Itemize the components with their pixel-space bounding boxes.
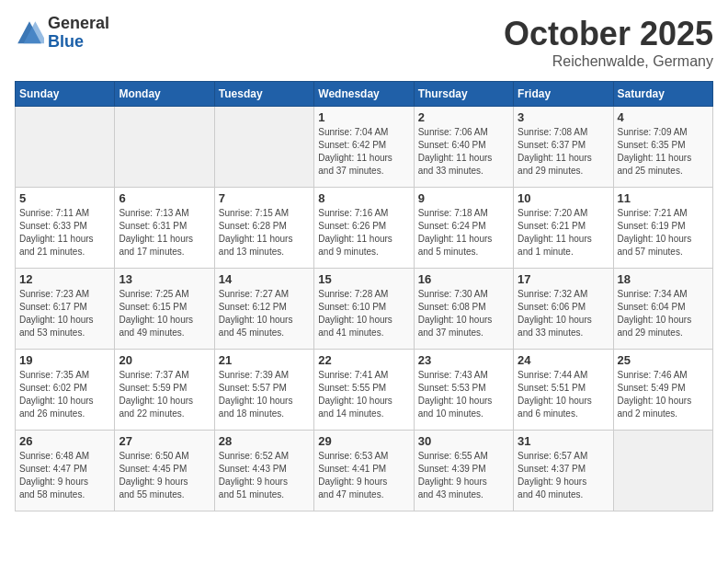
day-number: 20 (119, 353, 210, 367)
day-number: 13 (119, 272, 210, 286)
logo: General Blue (15, 15, 109, 52)
calendar-cell: 26Sunrise: 6:48 AM Sunset: 4:47 PM Dayli… (16, 431, 115, 511)
calendar-cell: 29Sunrise: 6:53 AM Sunset: 4:41 PM Dayli… (314, 431, 414, 511)
day-number: 17 (518, 272, 609, 286)
calendar-cell: 17Sunrise: 7:32 AM Sunset: 6:06 PM Dayli… (514, 269, 613, 350)
day-info: Sunrise: 7:46 AM Sunset: 5:49 PM Dayligh… (618, 369, 709, 420)
logo-icon (15, 18, 44, 48)
month-title: October 2025 (504, 15, 713, 53)
calendar-cell (16, 107, 115, 188)
weekday-header: Friday (514, 82, 613, 107)
calendar-cell: 3Sunrise: 7:08 AM Sunset: 6:37 PM Daylig… (514, 107, 613, 188)
calendar-cell: 11Sunrise: 7:21 AM Sunset: 6:19 PM Dayli… (613, 188, 712, 269)
day-number: 25 (618, 353, 709, 367)
calendar-cell: 7Sunrise: 7:15 AM Sunset: 6:28 PM Daylig… (214, 188, 313, 269)
subtitle: Reichenwalde, Germany (504, 53, 713, 70)
day-number: 1 (318, 110, 409, 124)
day-info: Sunrise: 6:52 AM Sunset: 4:43 PM Dayligh… (219, 450, 310, 501)
day-info: Sunrise: 7:21 AM Sunset: 6:19 PM Dayligh… (618, 207, 709, 259)
day-info: Sunrise: 7:06 AM Sunset: 6:40 PM Dayligh… (418, 126, 509, 178)
day-number: 6 (119, 191, 210, 205)
calendar-cell: 27Sunrise: 6:50 AM Sunset: 4:45 PM Dayli… (115, 431, 214, 511)
day-number: 21 (219, 353, 310, 367)
calendar-cell (115, 107, 214, 188)
calendar-cell: 19Sunrise: 7:35 AM Sunset: 6:02 PM Dayli… (16, 350, 115, 431)
logo-text: General Blue (48, 15, 109, 52)
day-number: 24 (518, 353, 609, 367)
day-info: Sunrise: 7:34 AM Sunset: 6:04 PM Dayligh… (618, 288, 709, 339)
day-number: 11 (618, 191, 709, 205)
day-number: 27 (119, 434, 210, 448)
calendar-cell: 22Sunrise: 7:41 AM Sunset: 5:55 PM Dayli… (314, 350, 414, 431)
title-block: October 2025 Reichenwalde, Germany (504, 15, 713, 70)
day-info: Sunrise: 7:13 AM Sunset: 6:31 PM Dayligh… (119, 207, 210, 259)
calendar-week-row: 5Sunrise: 7:11 AM Sunset: 6:33 PM Daylig… (16, 188, 713, 269)
day-number: 23 (418, 353, 509, 367)
calendar-cell: 16Sunrise: 7:30 AM Sunset: 6:08 PM Dayli… (414, 269, 513, 350)
logo-general: General (48, 15, 109, 33)
day-number: 2 (418, 110, 509, 124)
day-info: Sunrise: 7:27 AM Sunset: 6:12 PM Dayligh… (219, 288, 310, 339)
calendar-cell: 20Sunrise: 7:37 AM Sunset: 5:59 PM Dayli… (115, 350, 214, 431)
calendar-cell: 4Sunrise: 7:09 AM Sunset: 6:35 PM Daylig… (613, 107, 712, 188)
calendar-cell (613, 431, 712, 511)
day-info: Sunrise: 7:11 AM Sunset: 6:33 PM Dayligh… (19, 207, 110, 259)
day-number: 15 (318, 272, 409, 286)
day-info: Sunrise: 7:16 AM Sunset: 6:26 PM Dayligh… (318, 207, 409, 259)
calendar-cell: 1Sunrise: 7:04 AM Sunset: 6:42 PM Daylig… (314, 107, 414, 188)
day-number: 4 (618, 110, 709, 124)
day-info: Sunrise: 7:15 AM Sunset: 6:28 PM Dayligh… (219, 207, 310, 259)
day-number: 8 (318, 191, 409, 205)
day-info: Sunrise: 7:28 AM Sunset: 6:10 PM Dayligh… (318, 288, 409, 339)
calendar-cell: 10Sunrise: 7:20 AM Sunset: 6:21 PM Dayli… (514, 188, 613, 269)
day-number: 10 (518, 191, 609, 205)
day-number: 31 (518, 434, 609, 448)
calendar-cell: 21Sunrise: 7:39 AM Sunset: 5:57 PM Dayli… (214, 350, 313, 431)
calendar-cell: 28Sunrise: 6:52 AM Sunset: 4:43 PM Dayli… (214, 431, 313, 511)
calendar-cell: 12Sunrise: 7:23 AM Sunset: 6:17 PM Dayli… (16, 269, 115, 350)
weekday-header: Wednesday (314, 82, 414, 107)
day-info: Sunrise: 6:50 AM Sunset: 4:45 PM Dayligh… (119, 450, 210, 501)
calendar-week-row: 1Sunrise: 7:04 AM Sunset: 6:42 PM Daylig… (16, 107, 713, 188)
calendar-cell: 6Sunrise: 7:13 AM Sunset: 6:31 PM Daylig… (115, 188, 214, 269)
calendar-cell: 24Sunrise: 7:44 AM Sunset: 5:51 PM Dayli… (514, 350, 613, 431)
day-info: Sunrise: 7:09 AM Sunset: 6:35 PM Dayligh… (618, 126, 709, 178)
day-info: Sunrise: 6:48 AM Sunset: 4:47 PM Dayligh… (19, 450, 110, 501)
calendar-cell (214, 107, 313, 188)
day-number: 29 (318, 434, 409, 448)
day-number: 9 (418, 191, 509, 205)
day-info: Sunrise: 7:20 AM Sunset: 6:21 PM Dayligh… (518, 207, 609, 259)
day-info: Sunrise: 7:43 AM Sunset: 5:53 PM Dayligh… (418, 369, 509, 420)
day-info: Sunrise: 7:39 AM Sunset: 5:57 PM Dayligh… (219, 369, 310, 420)
calendar-table: SundayMondayTuesdayWednesdayThursdayFrid… (15, 81, 713, 511)
day-number: 3 (518, 110, 609, 124)
calendar-cell: 5Sunrise: 7:11 AM Sunset: 6:33 PM Daylig… (16, 188, 115, 269)
day-info: Sunrise: 7:23 AM Sunset: 6:17 PM Dayligh… (19, 288, 110, 339)
calendar-cell: 15Sunrise: 7:28 AM Sunset: 6:10 PM Dayli… (314, 269, 414, 350)
day-info: Sunrise: 7:37 AM Sunset: 5:59 PM Dayligh… (119, 369, 210, 420)
day-number: 18 (618, 272, 709, 286)
day-info: Sunrise: 6:57 AM Sunset: 4:37 PM Dayligh… (518, 450, 609, 501)
calendar-cell: 23Sunrise: 7:43 AM Sunset: 5:53 PM Dayli… (414, 350, 513, 431)
day-info: Sunrise: 7:41 AM Sunset: 5:55 PM Dayligh… (318, 369, 409, 420)
day-info: Sunrise: 7:30 AM Sunset: 6:08 PM Dayligh… (418, 288, 509, 339)
day-info: Sunrise: 7:18 AM Sunset: 6:24 PM Dayligh… (418, 207, 509, 259)
calendar-week-row: 12Sunrise: 7:23 AM Sunset: 6:17 PM Dayli… (16, 269, 713, 350)
calendar-cell: 13Sunrise: 7:25 AM Sunset: 6:15 PM Dayli… (115, 269, 214, 350)
day-info: Sunrise: 6:55 AM Sunset: 4:39 PM Dayligh… (418, 450, 509, 501)
day-number: 30 (418, 434, 509, 448)
calendar-cell: 9Sunrise: 7:18 AM Sunset: 6:24 PM Daylig… (414, 188, 513, 269)
calendar-cell: 2Sunrise: 7:06 AM Sunset: 6:40 PM Daylig… (414, 107, 513, 188)
calendar-cell: 18Sunrise: 7:34 AM Sunset: 6:04 PM Dayli… (613, 269, 712, 350)
calendar-week-row: 26Sunrise: 6:48 AM Sunset: 4:47 PM Dayli… (16, 431, 713, 511)
day-info: Sunrise: 7:08 AM Sunset: 6:37 PM Dayligh… (518, 126, 609, 178)
weekday-header: Tuesday (214, 82, 313, 107)
day-number: 22 (318, 353, 409, 367)
day-info: Sunrise: 7:32 AM Sunset: 6:06 PM Dayligh… (518, 288, 609, 339)
day-number: 16 (418, 272, 509, 286)
logo-blue: Blue (48, 33, 109, 52)
day-info: Sunrise: 7:25 AM Sunset: 6:15 PM Dayligh… (119, 288, 210, 339)
day-number: 14 (219, 272, 310, 286)
calendar-cell: 8Sunrise: 7:16 AM Sunset: 6:26 PM Daylig… (314, 188, 414, 269)
calendar-cell: 31Sunrise: 6:57 AM Sunset: 4:37 PM Dayli… (514, 431, 613, 511)
